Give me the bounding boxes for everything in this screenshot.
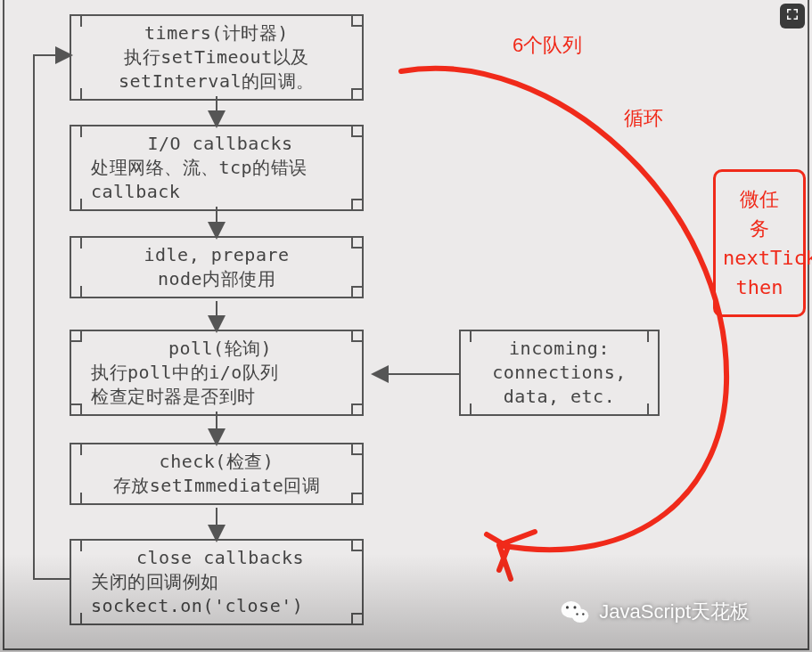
watermark-text: JavaScript天花板 — [599, 599, 750, 625]
annotation-loop: 循环 — [624, 105, 663, 132]
expand-button[interactable] — [780, 4, 805, 29]
annotation-queues: 6个队列 — [513, 32, 582, 59]
svg-point-8 — [566, 606, 569, 608]
phase-idle-line2: node内部使用 — [84, 267, 349, 291]
microtask-line3: nextTick — [723, 243, 796, 273]
incoming-box: incoming: connections, data, etc. — [459, 330, 660, 416]
phase-timers: timers(计时器) 执行setTimeout以及 setInterval的回… — [70, 14, 364, 101]
svg-point-9 — [574, 606, 577, 608]
incoming-line3: data, etc. — [473, 385, 645, 409]
diagram-stage: timers(计时器) 执行setTimeout以及 setInterval的回… — [0, 0, 812, 652]
phase-check: check(检查) 存放setImmediate回调 — [70, 443, 364, 505]
phase-close: close callbacks 关闭的回调例如 sockect.on('clos… — [70, 539, 364, 625]
svg-point-11 — [582, 613, 584, 615]
watermark: JavaScript天花板 — [560, 597, 750, 627]
phase-poll-line2: 执行poll中的i/o队列 — [91, 361, 349, 385]
phase-poll-title: poll(轮询) — [91, 337, 349, 361]
phase-io-title: I/O callbacks — [91, 132, 349, 156]
phase-poll: poll(轮询) 执行poll中的i/o队列 检查定时器是否到时 — [70, 330, 364, 416]
phase-close-title: close callbacks — [91, 546, 349, 570]
microtask-box: 微任 务 nextTick then — [713, 169, 806, 317]
microtask-line4: then — [723, 273, 796, 302]
phase-close-line3: sockect.on('close') — [91, 594, 349, 618]
phase-timers-title: timers(计时器) — [84, 21, 349, 45]
microtask-line1: 微任 — [723, 184, 796, 214]
phase-io-line2: 处理网络、流、tcp的错误 — [91, 156, 349, 180]
phase-io: I/O callbacks 处理网络、流、tcp的错误 callback — [70, 125, 364, 211]
phase-check-line2: 存放setImmediate回调 — [84, 474, 349, 498]
svg-point-10 — [577, 613, 578, 615]
phase-idle-title: idle, prepare — [84, 243, 349, 267]
phase-poll-line3: 检查定时器是否到时 — [91, 385, 349, 409]
expand-icon — [784, 5, 800, 27]
wechat-icon — [560, 597, 590, 627]
phase-check-title: check(检查) — [84, 450, 349, 474]
phase-io-line3: callback — [91, 180, 349, 204]
phase-close-line2: 关闭的回调例如 — [91, 570, 349, 594]
phase-timers-line3: setInterval的回调。 — [84, 69, 349, 94]
incoming-line2: connections, — [473, 361, 645, 385]
phase-timers-line2: 执行setTimeout以及 — [84, 45, 349, 69]
svg-point-7 — [572, 609, 589, 623]
phase-idle: idle, prepare node内部使用 — [70, 236, 364, 298]
microtask-line2: 务 — [723, 214, 796, 243]
incoming-line1: incoming: — [473, 337, 645, 361]
